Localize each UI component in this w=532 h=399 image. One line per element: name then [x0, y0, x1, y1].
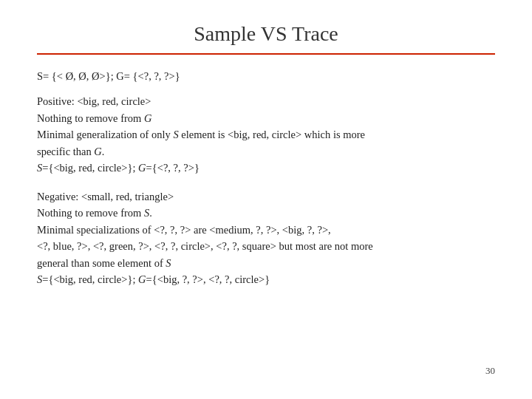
positive-g-italic: G	[144, 112, 151, 124]
title-divider	[37, 53, 495, 55]
positive-g2-italic: G	[94, 146, 101, 157]
positive-section: Positive: <big, red, circle> Nothing to …	[37, 93, 495, 176]
slide-content: S= {< Ø, Ø, Ø>}; G= {<?, ?, ?>} Positive…	[37, 68, 495, 361]
positive-line4: S={<big, red, circle>}; G={<?, ?, ?>}	[37, 160, 495, 176]
negative-line1: Nothing to remove from S.	[37, 205, 495, 221]
set-definition-line: S= {< Ø, Ø, Ø>}; G= {<?, ?, ?>}	[37, 68, 495, 84]
page-number: 30	[37, 361, 495, 377]
slide: Sample VS Trace S= {< Ø, Ø, Ø>}; G= {<?,…	[0, 0, 532, 399]
negative-line4: general than some element of S	[37, 255, 495, 271]
negative-s-italic: S	[144, 207, 149, 219]
negative-line5: S={<big, red, circle>}; G={<big, ?, ?>, …	[37, 271, 495, 287]
set-definition-text: S= {< Ø, Ø, Ø>}; G= {<?, ?, ?>}	[37, 70, 180, 82]
slide-title: Sample VS Trace	[37, 22, 495, 46]
positive-s-italic: S	[173, 129, 178, 140]
negative-s3-italic: S	[37, 273, 42, 285]
negative-label: Negative: <small, red, triangle>	[37, 188, 495, 205]
positive-label: Positive: <big, red, circle>	[37, 93, 495, 109]
positive-line1: Nothing to remove from G	[37, 110, 495, 126]
negative-s2-italic: S	[166, 257, 171, 269]
positive-s2-italic: S	[37, 162, 42, 174]
positive-line3: specific than G.	[37, 143, 495, 160]
negative-line3: <?, blue, ?>, <?, green, ?>, <?, ?, circ…	[37, 238, 495, 254]
negative-g-italic: G	[138, 273, 146, 285]
positive-line2: Minimal generalization of only S element…	[37, 126, 495, 143]
negative-line2: Minimal specializations of <?, ?, ?> are…	[37, 222, 495, 238]
positive-g3-italic: G	[138, 162, 146, 174]
negative-section: Negative: <small, red, triangle> Nothing…	[37, 188, 495, 288]
